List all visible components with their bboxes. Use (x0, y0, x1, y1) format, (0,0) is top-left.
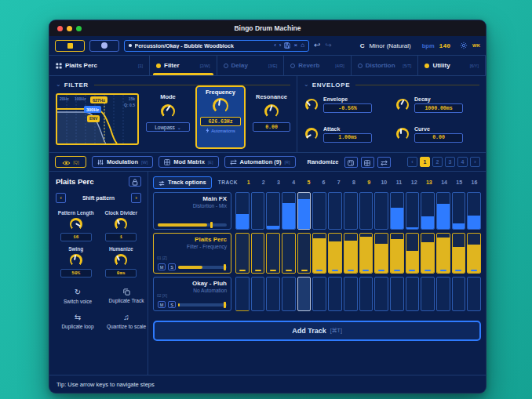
collapse-chevron-icon[interactable]: ⌄ (56, 82, 61, 88)
undo-button[interactable]: ↩ (314, 42, 320, 49)
step-cell-8[interactable] (344, 277, 358, 311)
param-value[interactable]: -0.56% (323, 103, 372, 113)
track-level-slider[interactable] (158, 223, 227, 227)
solo-button[interactable]: S (168, 301, 176, 308)
tab-distortion[interactable]: Distortion[5/T] (352, 56, 419, 75)
next-page-button[interactable]: › (470, 157, 480, 167)
knob-value[interactable]: 0ms (105, 269, 137, 277)
key-root[interactable]: C (360, 42, 365, 49)
step-cell-14[interactable] (436, 192, 450, 230)
step-cell-3[interactable] (266, 277, 280, 311)
step-number-2[interactable]: 2 (257, 180, 270, 185)
mod-matrix-button[interactable]: Mod Matrix[E] (159, 156, 218, 168)
mode-knob[interactable] (161, 104, 175, 118)
step-cell-16[interactable] (467, 277, 481, 311)
step-cell-12[interactable] (406, 277, 420, 311)
knob-value[interactable]: 1 (105, 233, 137, 241)
step-cell-8[interactable] (344, 192, 358, 230)
step-cell-6[interactable] (312, 277, 326, 311)
step-cell-13[interactable] (421, 233, 435, 274)
step-cell-3[interactable] (266, 233, 280, 274)
step-cell-10[interactable] (374, 192, 388, 230)
slider-handle[interactable] (210, 222, 213, 228)
step-cell-5[interactable] (297, 192, 312, 230)
decay-knob[interactable] (396, 99, 409, 111)
settings-gear-icon[interactable] (460, 42, 468, 49)
title-bar[interactable]: Bingo Drum Machine (49, 20, 486, 36)
shift-pattern-left-button[interactable]: ‹ (56, 193, 66, 203)
automation-9-button[interactable]: Automation (9)[R] (224, 156, 296, 168)
switch-voice-button[interactable]: ↻Switch voice (56, 288, 100, 306)
step-number-9[interactable]: 9 (363, 180, 376, 185)
track-options-button[interactable]: Track options (153, 176, 212, 189)
track-level-slider[interactable] (178, 303, 227, 307)
attack-knob[interactable] (305, 128, 318, 140)
step-cell-2[interactable] (251, 277, 265, 311)
duplicate-track-button[interactable]: Duplicate Track (104, 288, 148, 306)
quantize-to-scale-button[interactable]: ♫Quantize to scale (104, 314, 148, 331)
prev-page-button[interactable]: ‹ (407, 157, 417, 167)
step-number-6[interactable]: 6 (317, 180, 330, 185)
step-cell-1[interactable] (235, 192, 250, 230)
automations-note[interactable]: Automations (206, 128, 235, 134)
record-button[interactable] (89, 40, 119, 52)
slider-handle[interactable] (224, 302, 226, 308)
knob-value[interactable]: 16 (60, 233, 92, 241)
tab-utility[interactable]: Utility[6/Y] (418, 56, 486, 75)
frequency-value[interactable]: 626.63Hz (200, 117, 241, 126)
mute-button[interactable]: M (158, 263, 166, 270)
step-cell-12[interactable] (406, 192, 420, 230)
step-cell-15[interactable] (452, 233, 466, 274)
shift-pattern-right-button[interactable]: › (131, 193, 141, 203)
frequency-knob[interactable] (213, 98, 228, 114)
step-cell-2[interactable] (251, 233, 265, 274)
tab-plaits-perc[interactable]: Plaits Perc[1] (49, 56, 150, 75)
step-cell-2[interactable] (251, 192, 265, 230)
step-cell-14[interactable] (436, 233, 450, 274)
step-number-15[interactable]: 15 (453, 180, 466, 185)
slider-handle[interactable] (224, 264, 226, 270)
save-preset-icon[interactable] (284, 42, 290, 49)
curve-knob[interactable] (396, 128, 409, 140)
tab-filter[interactable]: Filter[2/W] (150, 56, 217, 75)
step-number-14[interactable]: 14 (437, 180, 450, 185)
resonance-knob[interactable] (264, 104, 279, 118)
step-cell-15[interactable] (452, 192, 466, 230)
swing-knob[interactable] (70, 254, 82, 267)
mute-button[interactable]: M (158, 301, 166, 308)
step-number-3[interactable]: 3 (271, 180, 285, 185)
page-button-3[interactable]: 3 (445, 157, 455, 167)
step-cell-14[interactable] (436, 277, 450, 311)
preset-prev-button[interactable]: ‹ (274, 42, 276, 49)
step-cell-15[interactable] (452, 277, 466, 311)
step-cell-8[interactable] (344, 233, 358, 274)
filter-response-graph[interactable]: 20Hz 100Hz 15k Q: 0.5 627Hz 300Hz ENV (56, 93, 139, 145)
step-cell-11[interactable] (390, 277, 404, 311)
step-number-1[interactable]: 1 (242, 180, 255, 185)
page-button-1[interactable]: 1 (420, 157, 430, 167)
home-icon[interactable]: ⌂ (301, 42, 304, 49)
page-button-2[interactable]: 2 (432, 157, 443, 167)
step-number-11[interactable]: 11 (392, 180, 406, 185)
humanize-knob[interactable] (115, 254, 127, 267)
step-number-8[interactable]: 8 (347, 180, 360, 185)
step-number-10[interactable]: 10 (377, 180, 391, 185)
envelope-knob[interactable] (305, 99, 318, 111)
track-label-plaits-perc[interactable]: Plaits PercFilter - Frequency01 [Z]MS (153, 233, 231, 274)
param-value[interactable]: 1.00ms (323, 133, 372, 143)
param-value[interactable]: 0.00 (414, 133, 463, 143)
step-cell-6[interactable] (312, 192, 326, 230)
step-cell-9[interactable] (359, 277, 373, 311)
step-cell-6[interactable] (312, 233, 326, 274)
randomize-dice-button[interactable] (344, 157, 358, 168)
collapse-chevron-icon[interactable]: ⌄ (304, 82, 309, 88)
step-cell-3[interactable] (266, 192, 280, 230)
step-cell-16[interactable] (467, 192, 481, 230)
step-cell-7[interactable] (328, 192, 342, 230)
step-cell-12[interactable] (406, 233, 420, 274)
param-value[interactable]: 1000.00ms (414, 103, 463, 113)
add-track-button[interactable]: Add Track [⌘T] (153, 321, 481, 341)
lock-track-button[interactable] (129, 176, 141, 187)
step-cell-9[interactable] (359, 233, 373, 274)
scale-name[interactable]: Minor (Natural) (369, 42, 410, 49)
